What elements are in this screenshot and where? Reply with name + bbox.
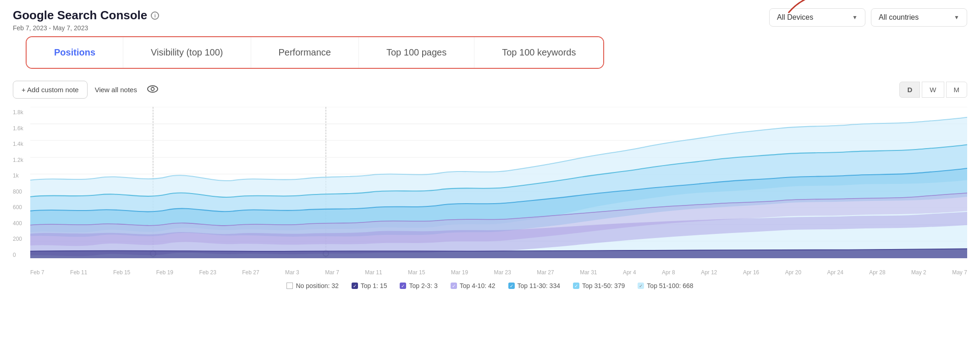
header: Google Search Console i Feb 7, 2023 - Ma… bbox=[0, 0, 980, 36]
period-week-button[interactable]: W bbox=[922, 82, 944, 98]
legend-top1[interactable]: ✓ Top 1: 15 bbox=[352, 282, 387, 289]
legend-check-top23: ✓ bbox=[400, 283, 406, 289]
info-icon[interactable]: i bbox=[151, 11, 159, 20]
legend-check-top3150: ✓ bbox=[573, 283, 579, 289]
x-label: Feb 19 bbox=[156, 269, 173, 276]
tab-top100keywords[interactable]: Top 100 keywords bbox=[474, 37, 603, 68]
x-label: Feb 11 bbox=[70, 269, 87, 276]
toolbar: + Add custom note View all notes D W M bbox=[0, 73, 980, 102]
x-label: Apr 20 bbox=[785, 269, 801, 276]
legend-check-top1: ✓ bbox=[352, 283, 358, 289]
x-label: Apr 12 bbox=[701, 269, 717, 276]
legend-check-top1130: ✓ bbox=[508, 283, 515, 289]
chart-svg-area bbox=[30, 107, 967, 258]
eye-icon[interactable] bbox=[147, 84, 158, 95]
x-label: Apr 4 bbox=[623, 269, 636, 276]
legend-label-top51100: Top 51-100: 668 bbox=[647, 282, 693, 289]
devices-label: All Devices bbox=[777, 13, 813, 22]
date-range: Feb 7, 2023 - May 7, 2023 bbox=[13, 24, 159, 32]
countries-label: All countries bbox=[879, 13, 919, 22]
toolbar-right: D W M bbox=[899, 82, 967, 98]
chart-area: 0 200 400 600 800 1k 1.2k 1.4k 1.6k 1.8k bbox=[0, 102, 980, 276]
header-right: All Devices ▼ All countries ▼ bbox=[769, 8, 967, 27]
legend-top51100[interactable]: ✓ Top 51-100: 668 bbox=[638, 282, 693, 289]
app-title: Google Search Console i bbox=[13, 8, 159, 22]
x-label: Apr 28 bbox=[869, 269, 885, 276]
y-label-1-8k: 1.8k bbox=[13, 109, 30, 116]
tab-top100pages[interactable]: Top 100 pages bbox=[359, 37, 474, 68]
period-month-button[interactable]: M bbox=[946, 82, 968, 98]
x-label: Feb 15 bbox=[113, 269, 130, 276]
legend-no-position[interactable]: No position: 32 bbox=[286, 282, 338, 289]
x-label: Mar 23 bbox=[494, 269, 511, 276]
legend-top23[interactable]: ✓ Top 2-3: 3 bbox=[400, 282, 437, 289]
x-label: Apr 8 bbox=[662, 269, 675, 276]
x-label: Feb 7 bbox=[30, 269, 44, 276]
y-label-1-2k: 1.2k bbox=[13, 157, 30, 163]
countries-dropdown[interactable]: All countries ▼ bbox=[871, 8, 967, 27]
y-label-0: 0 bbox=[13, 252, 30, 258]
view-notes-label: View all notes bbox=[95, 86, 137, 94]
tab-positions[interactable]: Positions bbox=[27, 37, 123, 68]
y-label-600: 600 bbox=[13, 204, 30, 211]
chart-xaxis: Feb 7 Feb 11 Feb 15 Feb 19 Feb 23 Feb 27… bbox=[13, 269, 967, 276]
y-label-200: 200 bbox=[13, 236, 30, 242]
legend-top1130[interactable]: ✓ Top 11-30: 334 bbox=[508, 282, 560, 289]
add-note-label: + Add custom note bbox=[22, 86, 79, 94]
tabs-container: Positions Visibility (top 100) Performan… bbox=[26, 36, 604, 69]
legend-top410[interactable]: ✓ Top 4-10: 42 bbox=[451, 282, 496, 289]
svg-point-2 bbox=[151, 88, 154, 91]
add-custom-note-button[interactable]: + Add custom note bbox=[13, 81, 88, 99]
y-label-1-4k: 1.4k bbox=[13, 141, 30, 147]
legend-box-no-position bbox=[286, 283, 293, 289]
x-label: Mar 11 bbox=[365, 269, 382, 276]
legend-label-top3150: Top 31-50: 379 bbox=[582, 282, 625, 289]
legend-check-top410: ✓ bbox=[451, 283, 457, 289]
y-label-1k: 1k bbox=[13, 172, 30, 179]
x-label: May 7 bbox=[952, 269, 967, 276]
x-label: Apr 16 bbox=[743, 269, 759, 276]
tab-visibility[interactable]: Visibility (top 100) bbox=[123, 37, 251, 68]
legend-label-top23: Top 2-3: 3 bbox=[409, 282, 437, 289]
y-label-1-6k: 1.6k bbox=[13, 125, 30, 132]
legend-label-top1130: Top 11-30: 334 bbox=[518, 282, 560, 289]
x-label: May 2 bbox=[911, 269, 926, 276]
x-label: Mar 3 bbox=[285, 269, 299, 276]
legend-label-top1: Top 1: 15 bbox=[361, 282, 387, 289]
svg-point-1 bbox=[148, 86, 158, 92]
view-all-notes-button[interactable]: View all notes bbox=[95, 86, 137, 94]
x-label: Mar 7 bbox=[325, 269, 339, 276]
toolbar-left: + Add custom note View all notes bbox=[13, 81, 158, 99]
chart-yaxis: 0 200 400 600 800 1k 1.2k 1.4k 1.6k 1.8k bbox=[13, 107, 30, 267]
legend-label-no-position: No position: 32 bbox=[296, 282, 338, 289]
x-label: Mar 19 bbox=[451, 269, 468, 276]
devices-dropdown[interactable]: All Devices ▼ bbox=[769, 8, 865, 27]
y-label-800: 800 bbox=[13, 189, 30, 195]
x-label: Feb 23 bbox=[199, 269, 216, 276]
chart-wrapper: 0 200 400 600 800 1k 1.2k 1.4k 1.6k 1.8k bbox=[13, 107, 967, 267]
chevron-down-icon-2: ▼ bbox=[954, 14, 959, 21]
legend-top3150[interactable]: ✓ Top 31-50: 379 bbox=[573, 282, 625, 289]
x-label: Apr 24 bbox=[827, 269, 843, 276]
period-day-button[interactable]: D bbox=[899, 82, 920, 98]
header-left: Google Search Console i Feb 7, 2023 - Ma… bbox=[13, 8, 159, 32]
x-label: Feb 27 bbox=[242, 269, 259, 276]
app-title-text: Google Search Console bbox=[13, 8, 147, 22]
legend-check-top51100: ✓ bbox=[638, 283, 644, 289]
y-label-400: 400 bbox=[13, 220, 30, 227]
chevron-down-icon: ▼ bbox=[852, 14, 858, 21]
tab-performance[interactable]: Performance bbox=[251, 37, 359, 68]
x-label: Mar 31 bbox=[580, 269, 597, 276]
chart-legend: No position: 32 ✓ Top 1: 15 ✓ Top 2-3: 3… bbox=[0, 276, 980, 294]
x-label: Mar 27 bbox=[537, 269, 554, 276]
x-label: Mar 15 bbox=[408, 269, 425, 276]
legend-label-top410: Top 4-10: 42 bbox=[460, 282, 496, 289]
